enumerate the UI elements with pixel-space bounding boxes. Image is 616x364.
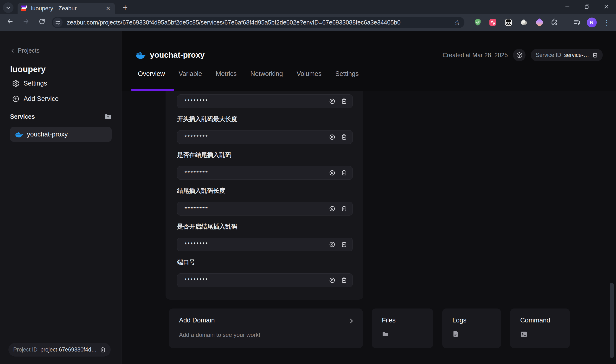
shield-check-icon — [474, 18, 482, 26]
cube-icon — [516, 52, 523, 58]
project-id-label: Project ID — [13, 346, 38, 353]
logs-card[interactable]: Logs — [442, 309, 501, 348]
command-card[interactable]: Command — [510, 309, 570, 348]
services-heading: Services — [10, 113, 35, 120]
variable-value-field[interactable]: ******** — [177, 202, 353, 216]
new-tab-button[interactable]: + — [120, 2, 130, 13]
browser-tab-strip: luoupery - Zeabur × + — [0, 0, 616, 14]
reload-button[interactable] — [36, 15, 48, 28]
site-settings-button[interactable] — [53, 18, 63, 27]
extension-oo-icon[interactable] — [503, 17, 514, 28]
sidebar-settings-label: Settings — [24, 80, 47, 87]
forward-button[interactable] — [20, 15, 32, 28]
copy-icon[interactable] — [341, 277, 347, 284]
copy-icon[interactable] — [341, 98, 347, 104]
window-minimize-button[interactable] — [562, 2, 573, 12]
project-name: luoupery — [10, 65, 46, 74]
copy-icon[interactable] — [341, 170, 347, 176]
browser-tab[interactable]: luoupery - Zeabur × — [18, 3, 115, 14]
profile-avatar[interactable] — [586, 17, 597, 28]
eye-icon[interactable] — [329, 206, 336, 212]
browser-menu-button[interactable]: ⋮ — [602, 17, 612, 28]
restore-icon — [584, 4, 590, 10]
deployment-cube-button[interactable] — [513, 49, 526, 61]
back-to-projects-link[interactable]: Projects — [10, 47, 40, 54]
extension-diamond-icon[interactable] — [534, 17, 545, 28]
url-bar[interactable]: zeabur.com/projects/67e69330f4d95a5bf2de… — [52, 17, 464, 28]
bookmark-star-icon[interactable]: ☆ — [454, 18, 461, 27]
reload-icon — [39, 18, 45, 25]
active-tab-indicator — [131, 89, 174, 91]
folder-icon — [382, 331, 389, 338]
variable-label: 端口号 — [177, 258, 350, 266]
venn-circles-icon — [520, 18, 528, 26]
gear-icon — [12, 80, 19, 87]
extension-translate-icon[interactable] — [488, 17, 498, 28]
files-card[interactable]: Files — [372, 309, 433, 348]
variables-panel: ******** 开头插入乱码最大长度 ******** 是否在结尾插入乱码 *… — [166, 91, 363, 299]
chevron-left-icon — [10, 48, 15, 53]
variable-value-field[interactable]: ******** — [177, 166, 353, 180]
masked-value: ******** — [184, 170, 329, 176]
copy-icon[interactable] — [100, 347, 106, 353]
copy-icon[interactable] — [341, 134, 347, 140]
eye-icon[interactable] — [329, 134, 336, 140]
eye-icon[interactable] — [329, 241, 336, 248]
tab-volumes[interactable]: Volumes — [297, 70, 322, 78]
sidebar: Projects luoupery Settings Add Service S… — [0, 31, 122, 364]
copy-icon[interactable] — [592, 52, 598, 58]
sidebar-service-youchat-proxy[interactable]: youchat-proxy — [10, 127, 112, 142]
variable-value-field[interactable]: ******** — [177, 130, 353, 144]
created-at-text: Created at Mar 28, 2025 — [443, 52, 508, 59]
tab-metrics[interactable]: Metrics — [216, 70, 237, 78]
extension-adguard-icon[interactable] — [473, 17, 483, 28]
logs-title: Logs — [452, 317, 467, 324]
copy-icon[interactable] — [341, 206, 347, 212]
tab-search-button[interactable] — [3, 2, 14, 13]
service-header: youchat-proxy Created at Mar 28, 2025 Se… — [122, 48, 616, 62]
variable-value-field[interactable]: ******** — [177, 238, 353, 251]
docker-icon — [136, 51, 146, 59]
masked-value: ******** — [184, 134, 329, 141]
tab-overview[interactable]: Overview — [138, 70, 165, 78]
service-id-pill[interactable]: Service ID service-… — [531, 49, 603, 61]
copy-icon[interactable] — [341, 241, 347, 248]
sidebar-item-settings[interactable]: Settings — [12, 80, 47, 87]
media-controls-button[interactable] — [572, 17, 582, 28]
variable-value-field[interactable]: ******** — [177, 94, 353, 108]
tab-settings[interactable]: Settings — [335, 70, 359, 78]
masked-value: ******** — [184, 277, 329, 284]
eye-icon[interactable] — [329, 277, 336, 284]
add-domain-card[interactable]: Add Domain Add a domain to see your work… — [169, 309, 363, 348]
tab-networking[interactable]: Networking — [251, 70, 283, 78]
service-id-value: service-… — [564, 52, 589, 58]
tab-title: luoupery - Zeabur — [31, 5, 104, 12]
back-button[interactable] — [4, 15, 16, 28]
window-maximize-button[interactable] — [582, 2, 592, 12]
masked-value: ******** — [184, 241, 329, 248]
variable-label: 结尾插入乱码长度 — [177, 187, 350, 195]
files-title: Files — [382, 317, 396, 324]
file-text-icon — [452, 331, 459, 337]
eye-icon[interactable] — [329, 170, 336, 176]
circle-plus-icon — [12, 95, 19, 103]
variable-label: 是否开启结尾插入乱码 — [177, 222, 350, 230]
tab-variable[interactable]: Variable — [179, 70, 202, 78]
close-icon — [603, 4, 610, 10]
extension-circles-icon[interactable] — [518, 17, 529, 28]
eye-icon[interactable] — [329, 98, 336, 104]
services-section-header: Services — [10, 113, 112, 120]
arrow-left-icon — [6, 18, 14, 25]
variable-value-field[interactable]: ******** — [177, 273, 353, 287]
sidebar-item-add-service[interactable]: Add Service — [12, 95, 59, 103]
folder-plus-icon[interactable] — [104, 113, 112, 120]
zeabur-favicon-icon — [21, 5, 27, 12]
project-id-pill[interactable]: Project ID project-67e69330f4d… — [8, 343, 111, 357]
page-scrollbar-thumb[interactable] — [610, 283, 614, 358]
url-text: zeabur.com/projects/67e69330f4d95a5bf2de… — [67, 19, 451, 26]
tab-close-icon[interactable]: × — [104, 5, 112, 12]
sidebar-add-service-label: Add Service — [24, 95, 59, 103]
extensions-puzzle-button[interactable] — [549, 17, 560, 28]
window-close-button[interactable] — [601, 2, 612, 12]
add-domain-title: Add Domain — [179, 317, 215, 324]
